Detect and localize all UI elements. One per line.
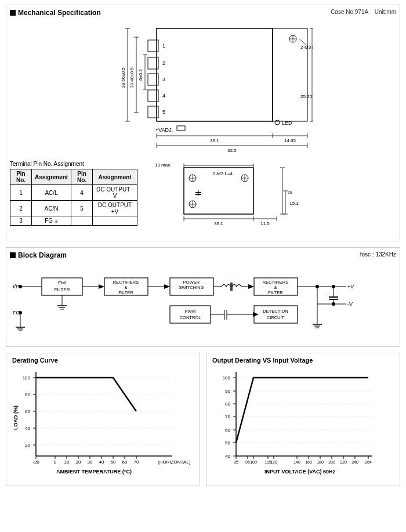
svg-rect-27 — [177, 126, 185, 131]
derating-svg: 100 80 60 40 20 — [19, 366, 198, 482]
svg-text:10: 10 — [64, 459, 70, 465]
table-cell: DC OUTPUT +V — [93, 201, 137, 216]
svg-text:INPUT VOLTAGE (VAC) 60Hz: INPUT VOLTAGE (VAC) 60Hz — [264, 469, 336, 475]
svg-text:5: 5 — [162, 109, 165, 115]
pin-table-section: Terminal Pin No. Assignment Pin No. Assi… — [10, 161, 137, 226]
svg-text:&: & — [274, 285, 277, 290]
svg-text:FG: FG — [13, 310, 20, 316]
block-icon — [10, 252, 16, 258]
svg-text:11.5: 11.5 — [260, 221, 270, 226]
svg-text:100: 100 — [250, 460, 257, 464]
col-pin-no: Pin No. — [10, 169, 32, 185]
svg-text:28: 28 — [288, 190, 293, 195]
svg-text:180: 180 — [317, 460, 324, 464]
block-header: Block Diagram — [10, 251, 67, 259]
svg-text:PWM: PWM — [185, 309, 195, 314]
table-cell — [93, 216, 137, 226]
svg-text:2: 2 — [162, 60, 165, 66]
table-cell: AC/L — [31, 185, 71, 201]
svg-text:POWER: POWER — [183, 280, 200, 285]
mechanical-section: Mechanical Specification Case No.971A Un… — [6, 5, 400, 241]
svg-text:CONTROL: CONTROL — [180, 315, 201, 320]
case-info: Case No.971A Unit:mm — [331, 9, 396, 15]
svg-text:+VADJ.: +VADJ. — [155, 127, 173, 133]
mech-header: Mechanical Specification — [10, 9, 101, 17]
svg-text:13 max.: 13 max. — [155, 162, 171, 168]
svg-text:DETECTION: DETECTION — [263, 309, 288, 314]
svg-text:FILTER: FILTER — [268, 290, 283, 295]
bottom-drawing-area: 13 max. — [149, 161, 396, 237]
svg-text:60: 60 — [225, 428, 230, 433]
svg-text:60: 60 — [122, 459, 128, 465]
svg-text:20: 20 — [76, 459, 81, 465]
table-cell: DC OUTPUT -V — [93, 185, 137, 201]
svg-marker-149 — [253, 312, 259, 317]
fosc-label: fosc : 132KHz — [360, 251, 396, 263]
svg-text:0: 0 — [54, 459, 57, 465]
table-cell: 2 — [10, 201, 32, 216]
svg-text:(HORIZONTAL): (HORIZONTAL) — [158, 459, 191, 465]
svg-text:240: 240 — [351, 460, 358, 464]
svg-text:200: 200 — [328, 460, 335, 464]
svg-text:120: 120 — [270, 460, 277, 464]
svg-text:&: & — [124, 285, 127, 290]
svg-text:-V: -V — [347, 301, 353, 307]
svg-text:SWITCHING: SWITCHING — [179, 285, 204, 290]
pin-table-title: Terminal Pin No. Assignment — [10, 161, 137, 167]
svg-text:62.5: 62.5 — [227, 148, 237, 153]
svg-text:80: 80 — [225, 401, 230, 407]
svg-text:1: 1 — [162, 43, 165, 49]
svg-text:39.1: 39.1 — [210, 138, 219, 143]
svg-marker-108 — [164, 284, 170, 289]
bottom-drawing: 13 max. — [149, 161, 323, 236]
svg-text:4: 4 — [162, 93, 165, 99]
svg-text:-20: -20 — [32, 459, 39, 465]
col-pin-no2: Pin No. — [71, 169, 93, 185]
table-cell: AC/N — [31, 201, 71, 216]
svg-text:3: 3 — [162, 77, 165, 82]
page: Mechanical Specification Case No.971A Un… — [0, 0, 406, 491]
derating-y-label: LOAD (%) — [13, 418, 19, 430]
derating-title: Derating Curve — [10, 357, 196, 364]
svg-text:70: 70 — [134, 459, 139, 465]
table-cell: 3 — [10, 216, 32, 226]
mech-icon — [10, 10, 16, 16]
block-title: Block Diagram — [18, 251, 67, 259]
svg-text:2-M3 L=4: 2-M3 L=4 — [213, 171, 233, 176]
table-row: 3FG ⏚ — [10, 216, 137, 226]
svg-rect-0 — [157, 28, 273, 121]
svg-text:FILTER: FILTER — [118, 290, 133, 295]
svg-text:140: 140 — [293, 460, 300, 464]
svg-text:100: 100 — [23, 375, 31, 381]
top-drawing: 39.66±0.5 30.48±0.5 6±0.2 — [93, 23, 313, 156]
svg-text:50: 50 — [225, 440, 230, 446]
block-diagram-svg: I/P FG EMI FILTER RECTIFIE — [10, 266, 404, 342]
table-drawing-row: Terminal Pin No. Assignment Pin No. Assi… — [10, 161, 396, 237]
table-cell: 5 — [71, 201, 93, 216]
table-cell: 1 — [10, 185, 32, 201]
svg-text:I/P: I/P — [13, 284, 19, 289]
unit-label: Unit:mm — [375, 9, 396, 15]
col-assignment: Assignment — [31, 169, 71, 185]
derating-chart: LOAD (%) 100 80 — [10, 366, 196, 482]
derating-curve-section: Derating Curve LOAD (%) 100 — [6, 353, 200, 486]
derating-title-text: Derating Curve — [12, 357, 58, 364]
svg-text:39.66±0.5: 39.66±0.5 — [121, 67, 126, 88]
table-cell: 4 — [71, 185, 93, 201]
svg-text:+V: +V — [347, 284, 354, 289]
table-row: 2AC/N5DC OUTPUT +V — [10, 201, 137, 216]
svg-point-24 — [275, 120, 280, 125]
svg-text:LED: LED — [282, 120, 292, 126]
svg-text:AMBIENT TEMPERATURE (°C): AMBIENT TEMPERATURE (°C) — [56, 469, 132, 475]
mech-title: Mechanical Specification — [18, 9, 101, 17]
svg-text:RECTIFIERS: RECTIFIERS — [263, 280, 289, 285]
output-derating-section: Output Derating VS Input Voltage 100 90 — [206, 353, 400, 486]
svg-text:40: 40 — [99, 459, 104, 465]
output-title: Output Derating VS Input Voltage — [210, 357, 396, 364]
table-row: 1AC/L4DC OUTPUT -V — [10, 185, 137, 201]
block-section: Block Diagram fosc : 132KHz I/P FG EMI F… — [6, 247, 400, 347]
svg-text:95: 95 — [245, 460, 250, 464]
col-assignment2: Assignment — [93, 169, 137, 185]
svg-text:90: 90 — [225, 389, 230, 394]
svg-text:85: 85 — [234, 460, 238, 464]
